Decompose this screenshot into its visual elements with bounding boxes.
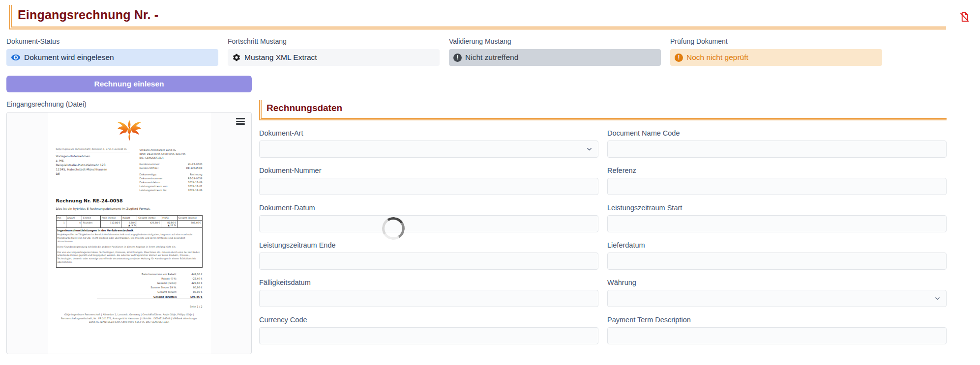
field-label: Currency Code [259, 316, 598, 324]
invoice-page-number: Seite 1 / 2 [56, 305, 203, 308]
faelligkeitsdatum-input[interactable] [259, 290, 598, 307]
pdf-page: Götje Ingenieure Partnerschaft | Allmedo… [48, 112, 211, 354]
dokument-nummer-input[interactable] [259, 178, 598, 195]
col-header: Gesamt (brutto) [177, 216, 202, 221]
cell: 112,00 € [100, 221, 121, 228]
recipient-line: z. Hd. [56, 158, 130, 163]
total-value: 506,46 € [182, 295, 203, 298]
status-fortschritt-mustang: Fortschritt Mustang Mustang XML Extract [228, 37, 440, 66]
total-label: Gesamt (netto): [157, 281, 177, 284]
meta-label: Kunden-VAT-Nr.: [140, 166, 159, 170]
field-label: Referenz [607, 167, 947, 174]
pdf-viewer[interactable]: Götje Ingenieure Partnerschaft | Allmedo… [6, 112, 252, 354]
invoice-line-items-table: Pos Anzahl Einheit Preis (netto) Rabatt … [56, 215, 203, 268]
lieferdatum-input[interactable] [607, 253, 947, 270]
item-title: Ingenieursdienstleistungen in der Verfah… [58, 229, 201, 232]
total-label: Gesamt (brutto): [153, 295, 177, 298]
invoice-form: Dokument-Art Document Name Code Dokument… [259, 129, 947, 344]
meta-value: 2024-12-06 [188, 188, 202, 192]
exclamation-icon: ! [453, 54, 462, 62]
table-row: 1 4 Stunden 112,00 € 5,60 € ▲ -5 % 425,6… [56, 221, 202, 228]
cell: 425,60 € [137, 221, 161, 228]
pdf-menu-icon[interactable] [236, 118, 245, 126]
field-label: Leistungszeitraum Start [607, 204, 947, 212]
table-row-description: Ingenieursdienstleistungen in der Verfah… [56, 228, 202, 268]
field-referenz: Referenz [607, 167, 947, 195]
invoice-recipient-block: Götje Ingenieure Partnerschaft | Allmedo… [56, 148, 130, 192]
page-title: Eingangsrechnung Nr. - [18, 8, 946, 22]
item-paragraph: Die von uns vorgeschlagenen Ideen, Techn… [58, 251, 201, 265]
field-waehrung: Währung [607, 279, 947, 307]
meta-label: Leistungszeitraum bis: [140, 188, 168, 192]
document-disabled-icon[interactable] [959, 11, 970, 25]
field-lieferdatum: Lieferdatum [607, 241, 947, 270]
invoice-footer: Götje Ingenieure Partnerschaft | Allmedo… [56, 313, 203, 324]
referenz-input[interactable] [607, 178, 947, 195]
currency-code-input[interactable] [259, 327, 598, 344]
field-label: Lieferdatum [607, 241, 947, 249]
col-header: Gesamt (netto) [137, 216, 161, 221]
field-label: Dokument-Datum [259, 204, 598, 212]
total-label: Gesamt Steuer: [157, 290, 177, 293]
section-title: Rechnungsdaten [267, 103, 947, 113]
status-label: Validierung Mustang [449, 37, 661, 45]
leistungszeitraum-ende-input[interactable] [259, 253, 598, 270]
field-payment-term-description: Payment Term Description [607, 316, 947, 344]
payment-term-description-input[interactable] [607, 327, 947, 344]
dokument-art-select[interactable] [259, 140, 598, 158]
bank-line: IBAN: DE18 8306 5408 0005 4163 96 [140, 152, 203, 156]
total-value: 80,86 € [182, 286, 203, 289]
field-label: Payment Term Description [607, 316, 947, 324]
field-label: Fälligkeitsdatum [259, 279, 598, 286]
cell: 80,86 € ▲ 19 % [161, 221, 178, 228]
status-badge-dokument-status: Dokument wird eingelesen [6, 49, 218, 66]
leistungszeitraum-start-input[interactable] [607, 215, 947, 232]
total-value: 425,60 € [182, 281, 203, 284]
page-header: Eingangsrechnung Nr. - [0, 0, 980, 29]
total-label: Rabatt -5 %: [161, 277, 177, 280]
exclamation-icon: ! [675, 54, 683, 62]
status-pruefung-dokument: Prüfung Dokument ! Noch nicht geprüft [670, 37, 882, 66]
cell: Stunden [82, 221, 100, 228]
recipient-line: 12345, Habschstadt-Münchhausen [56, 167, 130, 171]
read-invoice-button[interactable]: Rechnung einlesen [6, 76, 252, 92]
field-dokument-nummer: Dokument-Nummer [259, 167, 598, 195]
status-label: Dokument-Status [6, 37, 218, 45]
main-area: Eingangsrechnung (Datei) [6, 100, 974, 354]
gear-icon [232, 53, 241, 62]
status-badge-fortschritt-mustang: Mustang XML Extract [228, 49, 440, 66]
status-dokument-status: Dokument-Status Dokument wird eingelesen [6, 37, 218, 66]
field-dokument-datum: Dokument-Datum [259, 204, 598, 232]
col-header: Preis (netto) [100, 216, 121, 221]
meta-value: 2024-12-09 [188, 180, 202, 184]
document-name-code-input[interactable] [607, 140, 947, 158]
field-label: Dokument-Nummer [259, 167, 598, 174]
meta-value: Rechnung [190, 172, 203, 176]
recipient-line: Vorlagen-Unternehmen [56, 154, 130, 158]
cell: 1 [56, 221, 66, 228]
invoice-totals: Zwischensumme vor Rabatt:448,00 € Rabatt… [97, 272, 203, 299]
field-faelligkeitsdatum: Fälligkeitsdatum [259, 279, 598, 307]
field-label: Währung [607, 279, 947, 286]
recipient-line: Beispielstraße-Platz-Vielmehr 123 [56, 163, 130, 167]
total-value: 448,00 € [182, 273, 203, 276]
field-leistungszeitraum-start: Leistungszeitraum Start [607, 204, 947, 232]
status-label: Fortschritt Mustang [228, 37, 440, 45]
meta-label: Dokumentdatum: [140, 180, 161, 184]
invoice-intro: Dies ist ein hybrides E-Rechnungsdokumen… [56, 207, 203, 210]
meta-label: Leistungszeitraum von: [140, 184, 169, 188]
item-paragraph: Projektspezifische Tätigkeiten im Bereic… [58, 233, 201, 244]
field-document-name-code: Document Name Code [607, 129, 947, 158]
dokument-datum-input[interactable] [259, 215, 598, 232]
col-header: MwSt. [161, 216, 178, 221]
waehrung-select[interactable] [607, 290, 947, 307]
status-validierung-mustang: Validierung Mustang ! Nicht zutreffend [449, 37, 661, 66]
invoice-data-section: Rechnungsdaten Dokument-Art Document Nam… [259, 100, 947, 354]
status-value: Nicht zutreffend [465, 53, 518, 62]
total-label: Zwischensumme vor Rabatt: [142, 273, 177, 276]
invoice-sender-line: Götje Ingenieure Partnerschaft | Allmedo… [56, 148, 130, 152]
invoice-file-label: Eingangsrechnung (Datei) [6, 100, 252, 108]
eye-icon [11, 53, 21, 62]
item-paragraph: Diese Stundenbegrenzung schließt die and… [58, 246, 201, 249]
meta-label: Dokumentnummer: [140, 176, 164, 180]
